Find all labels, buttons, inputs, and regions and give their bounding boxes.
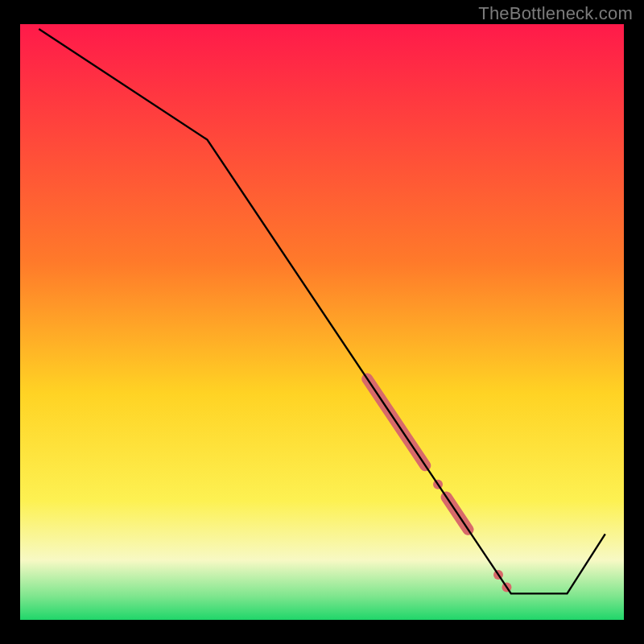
bottleneck-chart	[0, 0, 644, 644]
plot-background	[20, 24, 624, 620]
